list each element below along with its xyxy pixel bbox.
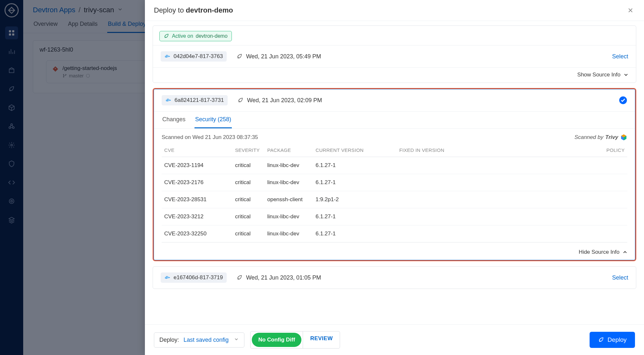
svg-rect-21 bbox=[167, 100, 168, 100]
image-card: e167406d-817-3719 Wed, 21 Jun 2023, 01:0… bbox=[153, 266, 636, 289]
image-card-selected: 6a824121-817-3731 Wed, 21 Jun 2023, 02:0… bbox=[153, 88, 636, 261]
table-row[interactable]: CVE-2023-3212criticallinux-libc-dev6.1.2… bbox=[162, 208, 627, 225]
tab-changes[interactable]: Changes bbox=[162, 112, 186, 128]
rocket-icon bbox=[598, 337, 604, 343]
diff-review-group: No Config Diff REVIEW bbox=[250, 331, 340, 349]
col-cve: CVE bbox=[162, 144, 232, 157]
show-source-toggle[interactable]: Show Source Info bbox=[153, 67, 636, 83]
chevron-down-icon bbox=[623, 72, 629, 78]
select-button[interactable]: Select bbox=[612, 274, 628, 281]
scanned-on: Scanned on Wed 21 Jun 2023 08:37:35 bbox=[162, 134, 258, 141]
chevron-down-icon bbox=[234, 337, 239, 343]
rocket-icon bbox=[236, 53, 243, 60]
image-tag-chip: e167406d-817-3719 bbox=[161, 272, 227, 283]
no-diff-badge: No Config Diff bbox=[252, 333, 301, 347]
docker-icon bbox=[165, 54, 171, 59]
image-row: 042d04e7-817-3763 Wed, 21 Jun 2023, 05:4… bbox=[153, 45, 636, 67]
trivy-icon bbox=[620, 134, 627, 141]
svg-rect-20 bbox=[166, 100, 167, 100]
deploy-modal: Deploy to devtron-demo Active on devtron… bbox=[145, 0, 644, 355]
image-timestamp: Wed, 21 Jun 2023, 05:49 PM bbox=[236, 53, 321, 60]
svg-rect-22 bbox=[168, 100, 169, 100]
active-badge-row: Active on devtron-demo bbox=[153, 26, 636, 45]
chevron-up-icon bbox=[622, 249, 628, 255]
image-row: e167406d-817-3719 Wed, 21 Jun 2023, 01:0… bbox=[153, 267, 636, 289]
image-row: 6a824121-817-3731 Wed, 21 Jun 2023, 02:0… bbox=[154, 89, 635, 112]
rocket-icon bbox=[237, 97, 244, 104]
image-tag-chip: 042d04e7-817-3763 bbox=[161, 51, 227, 62]
modal-title: Deploy to devtron-demo bbox=[154, 6, 233, 15]
docker-icon bbox=[166, 98, 172, 103]
hide-source-toggle[interactable]: Hide Source Info bbox=[154, 245, 635, 260]
image-timestamp: Wed, 21 Jun 2023, 02:09 PM bbox=[237, 97, 322, 104]
active-badge: Active on devtron-demo bbox=[159, 31, 232, 41]
svg-rect-30 bbox=[167, 276, 168, 277]
close-button[interactable] bbox=[626, 6, 635, 15]
table-row[interactable]: CVE-2023-28531criticalopenssh-client1:9.… bbox=[162, 191, 627, 208]
rocket-icon bbox=[236, 274, 243, 281]
image-timestamp: Wed, 21 Jun 2023, 01:05 PM bbox=[236, 274, 321, 281]
svg-rect-15 bbox=[165, 56, 166, 56]
modal-header: Deploy to devtron-demo bbox=[145, 0, 644, 21]
svg-rect-23 bbox=[167, 99, 168, 99]
col-package: PACKAGE bbox=[265, 144, 313, 157]
svg-rect-29 bbox=[166, 276, 167, 277]
deploy-button[interactable]: Deploy bbox=[590, 332, 635, 348]
modal-footer: Deploy: Last saved config No Config Diff… bbox=[145, 324, 644, 355]
select-button[interactable]: Select bbox=[612, 53, 628, 60]
rocket-icon bbox=[164, 33, 169, 39]
table-row[interactable]: CVE-2023-2176criticallinux-libc-dev6.1.2… bbox=[162, 174, 627, 191]
scanned-by: Scanned byTrivy bbox=[574, 134, 627, 141]
docker-icon bbox=[165, 275, 171, 280]
col-current: CURRENT VERSION bbox=[313, 144, 397, 157]
table-row[interactable]: CVE-2023-32250criticallinux-libc-dev6.1.… bbox=[162, 225, 627, 242]
close-icon bbox=[627, 7, 634, 14]
svg-rect-28 bbox=[167, 277, 168, 278]
modal-body: Active on devtron-demo 042d04e7-817-3763… bbox=[145, 21, 644, 324]
col-policy: POLICY bbox=[595, 144, 627, 157]
detail-tabs: Changes Security (258) bbox=[154, 112, 635, 129]
tab-security[interactable]: Security (258) bbox=[194, 112, 232, 128]
svg-rect-24 bbox=[168, 99, 169, 99]
selected-check-icon bbox=[619, 96, 627, 104]
col-fixed: FIXED IN VERSION bbox=[397, 144, 595, 157]
config-selector[interactable]: Deploy: Last saved config bbox=[154, 332, 244, 348]
svg-rect-19 bbox=[167, 55, 168, 55]
svg-rect-26 bbox=[165, 277, 166, 278]
table-row[interactable]: CVE-2023-1194criticallinux-libc-dev6.1.2… bbox=[162, 157, 627, 174]
svg-rect-17 bbox=[167, 56, 168, 56]
svg-rect-18 bbox=[166, 55, 167, 55]
svg-rect-16 bbox=[166, 56, 167, 56]
col-severity: SEVERITY bbox=[232, 144, 265, 157]
vulnerability-table: CVE SEVERITY PACKAGE CURRENT VERSION FIX… bbox=[162, 144, 627, 242]
review-button[interactable]: REVIEW bbox=[303, 331, 340, 348]
scan-info-row: Scanned on Wed 21 Jun 2023 08:37:35 Scan… bbox=[154, 129, 635, 144]
image-card: Active on devtron-demo 042d04e7-817-3763… bbox=[153, 25, 636, 83]
image-tag-chip: 6a824121-817-3731 bbox=[162, 95, 228, 105]
svg-rect-27 bbox=[166, 277, 167, 278]
